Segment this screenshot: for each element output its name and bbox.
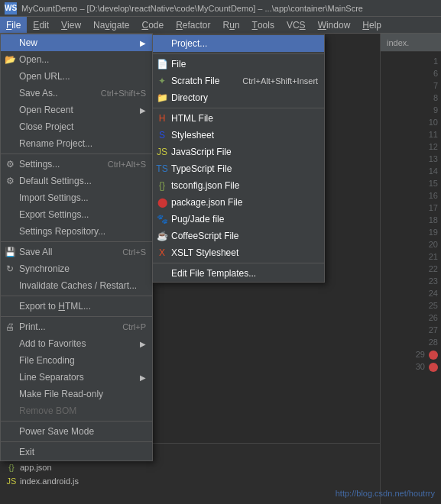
line-19: 19 [381, 226, 441, 238]
line-29: 29 [381, 348, 441, 360]
menu-close-project[interactable]: Close Project [1, 118, 152, 135]
new-coffeescript[interactable]: ☕ CoffeeScript File [153, 228, 324, 244]
menu-bar: File Edit View Navigate Code Refactor Ru… [0, 17, 441, 34]
menu-import-settings[interactable]: Import Settings... [1, 189, 152, 206]
menu-power-save[interactable]: Power Save Mode [1, 423, 152, 440]
line-17: 17 [381, 202, 441, 214]
menu-print[interactable]: 🖨 Print... Ctrl+P [1, 318, 152, 335]
new-pug-file[interactable]: 🐾 Pug/Jade file [153, 211, 324, 228]
menu-tools[interactable]: Tools [246, 17, 280, 33]
menu-run[interactable]: Run [217, 17, 246, 33]
editor-area: index. 1 6 7 8 9 10 11 12 13 14 15 16 17… [380, 34, 441, 504]
new-project[interactable]: Project... [153, 35, 324, 52]
settings-icon: ⚙ [4, 158, 16, 170]
line-18: 18 [381, 214, 441, 226]
submenu-arrow: ▶ [140, 39, 146, 47]
line-16: 16 [381, 189, 441, 202]
line-15: 15 [381, 177, 441, 189]
new-submenu: Project... 📄 File ✦ Scratch File Ctrl+Al… [152, 34, 325, 283]
new-scratch-file[interactable]: ✦ Scratch File Ctrl+Alt+Shift+Insert [153, 73, 324, 89]
menu-open[interactable]: 📂 Open... [1, 51, 152, 68]
line-13: 13 [381, 153, 441, 165]
line-24: 24 [381, 287, 441, 299]
dropdowns-container: New ▶ Project... 📄 File ✦ Scratch File [0, 34, 153, 461]
menu-add-favorites[interactable]: Add to Favorites ▶ [1, 335, 152, 352]
line-27: 27 [381, 324, 441, 336]
window-title: MyCountDemo – [D:\develop\reactNative\co… [21, 4, 363, 13]
json-icon: {} [6, 462, 17, 473]
ts-icon: TS [156, 163, 168, 175]
menu-make-read-only[interactable]: Make File Read-only [1, 386, 152, 402]
new-ts-file[interactable]: TS TypeScript File [153, 160, 324, 177]
submenu-arrow: ▶ [140, 340, 146, 348]
menu-navigate[interactable]: Navigate [87, 17, 135, 33]
menu-exit[interactable]: Exit [1, 444, 152, 460]
menu-open-url[interactable]: Open URL... [1, 68, 152, 85]
file-icon: 📄 [156, 58, 168, 70]
menu-file-encoding[interactable]: File Encoding [1, 352, 152, 369]
line-7: 7 [381, 79, 441, 92]
xslt-icon: X [156, 247, 168, 259]
menu-view[interactable]: View [55, 17, 87, 33]
line-21: 21 [381, 250, 441, 263]
menu-vcs[interactable]: VCS [280, 17, 312, 33]
menu-invalidate-caches[interactable]: Invalidate Caches / Restart... [1, 277, 152, 294]
new-row-container: New ▶ Project... 📄 File ✦ Scratch File [1, 34, 152, 51]
divider [153, 53, 324, 54]
html-icon: H [156, 112, 168, 124]
coffee-icon: ☕ [156, 230, 168, 242]
divider [153, 108, 324, 108]
new-html-file[interactable]: H HTML File [153, 110, 324, 127]
css-icon: S [156, 129, 168, 141]
pkg-icon: ⬤ [156, 196, 168, 208]
editor-tab[interactable]: index. [381, 34, 441, 52]
folder-icon: 📁 [156, 92, 168, 104]
menu-settings-repo[interactable]: Settings Repository... [1, 223, 152, 240]
line-14: 14 [381, 165, 441, 177]
error-badge [429, 363, 438, 372]
menu-file[interactable]: File [0, 17, 27, 33]
line-23: 23 [381, 275, 441, 287]
divider [1, 316, 152, 317]
menu-open-recent[interactable]: Open Recent ▶ [1, 102, 152, 118]
js-icon: JS [156, 146, 168, 158]
file-index-android[interactable]: JS index.android.js [0, 474, 380, 488]
open-folder-icon: 📂 [4, 53, 16, 66]
edit-file-templates[interactable]: Edit File Templates... [153, 265, 324, 282]
new-package-json[interactable]: ⬤ package.json File [153, 194, 324, 211]
new-directory[interactable]: 📁 Directory [153, 89, 324, 106]
submenu-arrow: ▶ [140, 373, 146, 382]
default-settings-icon: ⚙ [4, 175, 16, 187]
menu-line-separators[interactable]: Line Separators ▶ [1, 369, 152, 386]
menu-settings[interactable]: ⚙ Settings... Ctrl+Alt+S [1, 156, 152, 173]
line-8: 8 [381, 92, 441, 104]
menu-save-all[interactable]: 💾 Save All Ctrl+S [1, 244, 152, 260]
menu-new[interactable]: New ▶ Project... 📄 File ✦ Scratch File [1, 34, 152, 51]
menu-help[interactable]: Help [356, 17, 387, 33]
line-22: 22 [381, 263, 441, 275]
divider [1, 296, 152, 296]
menu-code[interactable]: Code [135, 17, 170, 33]
new-xslt[interactable]: X XSLT Stylesheet [153, 244, 324, 261]
menu-refactor[interactable]: Refactor [170, 17, 216, 33]
new-file[interactable]: 📄 File [153, 56, 324, 73]
js-file-icon: JS [6, 476, 17, 486]
title-bar: WS MyCountDemo – [D:\develop\reactNative… [0, 0, 441, 17]
new-tsconfig[interactable]: {} tsconfig.json File [153, 177, 324, 194]
new-stylesheet[interactable]: S Stylesheet [153, 127, 324, 144]
menu-edit[interactable]: Edit [27, 17, 55, 33]
file-appjson[interactable]: {} app.json [0, 460, 380, 474]
menu-rename-project[interactable]: Rename Project... [1, 135, 152, 152]
tsconfig-icon: {} [156, 179, 168, 192]
line-30: 30 [381, 360, 441, 373]
print-icon: 🖨 [4, 321, 16, 333]
save-icon: 💾 [4, 246, 16, 258]
menu-default-settings[interactable]: ⚙ Default Settings... [1, 173, 152, 189]
menu-save-as[interactable]: Save As.. Ctrl+Shift+S [1, 85, 152, 102]
menu-export-html[interactable]: Export to HTML... [1, 298, 152, 315]
new-js-file[interactable]: JS JavaScript File [153, 144, 324, 160]
menu-window[interactable]: Window [312, 17, 357, 33]
menu-synchronize[interactable]: ↻ Synchronize [1, 260, 152, 277]
watermark: http://blog.csdn.net/houtrry [336, 489, 435, 498]
menu-export-settings[interactable]: Export Settings... [1, 206, 152, 223]
